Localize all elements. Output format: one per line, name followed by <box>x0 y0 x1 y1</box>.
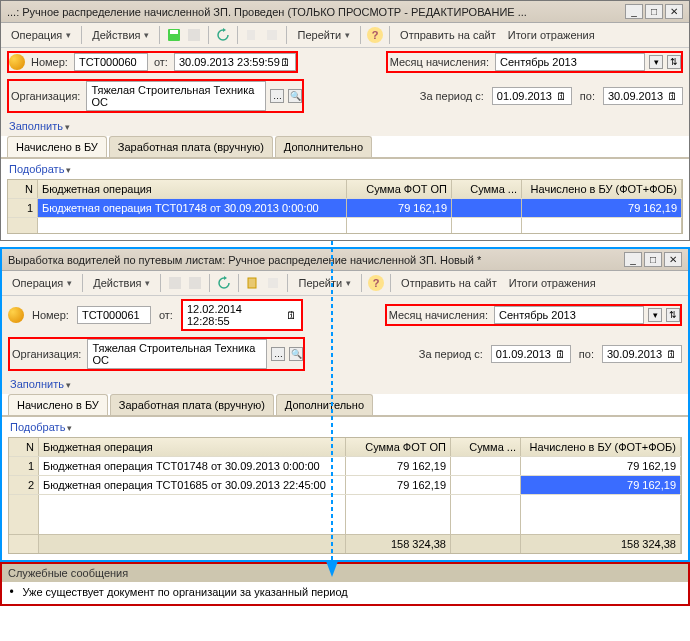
service-bar-frame: Служебные сообщения <box>0 562 690 582</box>
refresh-icon[interactable] <box>216 275 232 291</box>
header-row-2: Организация: Тяжелая Строительная Техник… <box>2 334 688 374</box>
col-nach[interactable]: Начислено в БУ (ФОТ+ФОБ) <box>521 438 681 456</box>
fill-link[interactable]: Заполнить <box>1 116 689 136</box>
open-button[interactable]: 🔍 <box>289 347 303 361</box>
table-row[interactable]: 1 Бюджетная операция TCT01748 от 30.09.2… <box>9 456 681 475</box>
operation-menu[interactable]: Операция <box>7 27 75 43</box>
select-button[interactable]: … <box>270 89 284 103</box>
period-label: За период с: <box>418 90 486 102</box>
goto-menu[interactable]: Перейти <box>294 275 355 291</box>
col-sum[interactable]: Сумма ... <box>451 438 521 456</box>
month-dropdown-icon[interactable]: ▾ <box>648 308 662 322</box>
help-icon[interactable]: ? <box>368 275 384 291</box>
calendar-icon[interactable]: 🗓 <box>666 348 677 360</box>
tab-accrued[interactable]: Начислено в БУ <box>7 136 107 157</box>
month-dropdown-icon[interactable]: ▾ <box>649 55 663 69</box>
month-block: Месяц начисления: Сентябрь 2013 ▾ ⇅ <box>385 304 682 326</box>
reflection-totals[interactable]: Итоги отражения <box>504 27 599 43</box>
from-label: от: <box>157 309 175 321</box>
send-to-site[interactable]: Отправить на сайт <box>397 275 501 291</box>
col-fot[interactable]: Сумма ФОТ ОП <box>347 180 452 198</box>
svg-rect-6 <box>189 277 201 289</box>
number-block: Номер: ТСТ000060 от: 30.09.2013 23:59:59… <box>7 51 298 73</box>
titlebar: Выработка водителей по путевым листам: Р… <box>2 249 688 271</box>
reflection-totals[interactable]: Итоги отражения <box>505 275 600 291</box>
svg-rect-5 <box>169 277 181 289</box>
total-nach: 158 324,38 <box>521 535 681 553</box>
calendar-icon[interactable]: 🗓 <box>286 309 297 321</box>
close-button[interactable]: ✕ <box>664 252 682 267</box>
org-block: Организация: Тяжелая Строительная Техник… <box>7 79 304 113</box>
save-icon <box>167 275 183 291</box>
actions-menu[interactable]: Действия <box>88 27 153 43</box>
minimize-button[interactable]: _ <box>625 4 643 19</box>
month-stepper[interactable]: ⇅ <box>666 308 680 322</box>
service-messages-title: Служебные сообщения <box>2 564 688 582</box>
col-n[interactable]: N <box>9 438 39 456</box>
period-from-field[interactable]: 01.09.2013 🗓 <box>491 345 571 363</box>
col-nach[interactable]: Начислено в БУ (ФОТ+ФОБ) <box>522 180 682 198</box>
toolbar: Операция Действия Перейти ? Отправить на… <box>2 271 688 296</box>
grid: N Бюджетная операция Сумма ФОТ ОП Сумма … <box>8 437 682 554</box>
pick-link[interactable]: Подобрать <box>2 417 688 437</box>
save-icon[interactable] <box>166 27 182 43</box>
total-fot: 158 324,38 <box>346 535 451 553</box>
refresh-icon[interactable] <box>215 27 231 43</box>
help-icon[interactable]: ? <box>367 27 383 43</box>
col-op[interactable]: Бюджетная операция <box>39 438 346 456</box>
col-op[interactable]: Бюджетная операция <box>38 180 347 198</box>
month-stepper[interactable]: ⇅ <box>667 55 681 69</box>
window-title: ...: Ручное распределение начисленной ЗП… <box>7 6 623 18</box>
tab-salary-manual[interactable]: Заработная плата (вручную) <box>110 394 274 415</box>
pick-link[interactable]: Подобрать <box>1 159 689 179</box>
period-from-field[interactable]: 01.09.2013 🗓 <box>492 87 572 105</box>
header-row-1: Номер: ТСТ000061 от: 12.02.2014 12:28:55… <box>2 296 688 334</box>
calendar-icon[interactable]: 🗓 <box>555 348 566 360</box>
period-to-label: по: <box>577 348 596 360</box>
org-field[interactable]: Тяжелая Строительная Техника ОС <box>86 81 266 111</box>
copy-icon[interactable] <box>245 275 261 291</box>
paste-icon <box>265 275 281 291</box>
service-messages: • Уже существует документ по организации… <box>0 582 690 606</box>
minimize-button[interactable]: _ <box>624 252 642 267</box>
table-row[interactable]: 1 Бюджетная операция TCT01748 от 30.09.2… <box>8 198 682 217</box>
calendar-icon[interactable]: 🗓 <box>667 90 678 102</box>
actions-menu[interactable]: Действия <box>89 275 154 291</box>
goto-menu[interactable]: Перейти <box>293 27 354 43</box>
month-field[interactable]: Сентябрь 2013 <box>495 53 645 71</box>
col-n[interactable]: N <box>8 180 38 198</box>
tab-additional[interactable]: Дополнительно <box>276 394 373 415</box>
open-button[interactable]: 🔍 <box>288 89 302 103</box>
col-fot[interactable]: Сумма ФОТ ОП <box>346 438 451 456</box>
month-field[interactable]: Сентябрь 2013 <box>494 306 644 324</box>
org-block: Организация: Тяжелая Строительная Техник… <box>8 337 305 371</box>
period-to-field[interactable]: 30.09.2013 🗓 <box>603 87 683 105</box>
tab-additional[interactable]: Дополнительно <box>275 136 372 157</box>
tab-accrued[interactable]: Начислено в БУ <box>8 394 108 415</box>
org-field[interactable]: Тяжелая Строительная Техника ОС <box>87 339 267 369</box>
tabs: Начислено в БУ Заработная плата (вручную… <box>2 394 688 417</box>
fill-link[interactable]: Заполнить <box>2 374 688 394</box>
period-to-field[interactable]: 30.09.2013 🗓 <box>602 345 682 363</box>
maximize-button[interactable]: □ <box>645 4 663 19</box>
select-button[interactable]: … <box>271 347 285 361</box>
header-row-2: Организация: Тяжелая Строительная Техник… <box>1 76 689 116</box>
date-field[interactable]: 30.09.2013 23:59:59 🗓 <box>174 53 296 71</box>
number-field[interactable]: ТСТ000061 <box>77 306 151 324</box>
tab-salary-manual[interactable]: Заработная плата (вручную) <box>109 136 273 157</box>
operation-menu[interactable]: Операция <box>8 275 76 291</box>
close-button[interactable]: ✕ <box>665 4 683 19</box>
calendar-icon[interactable]: 🗓 <box>556 90 567 102</box>
col-sum[interactable]: Сумма ... <box>452 180 522 198</box>
calendar-icon[interactable]: 🗓 <box>280 56 291 68</box>
table-row[interactable]: 2 Бюджетная операция TCT01685 от 30.09.2… <box>9 475 681 494</box>
date-field[interactable]: 12.02.2014 12:28:55 🗓 <box>181 299 303 331</box>
period-to-label: по: <box>578 90 597 102</box>
number-label: Номер: <box>29 56 70 68</box>
svg-rect-4 <box>267 30 277 40</box>
maximize-button[interactable]: □ <box>644 252 662 267</box>
table-footer: 158 324,38 158 324,38 <box>9 534 681 553</box>
number-field[interactable]: ТСТ000060 <box>74 53 148 71</box>
header-row-1: Номер: ТСТ000060 от: 30.09.2013 23:59:59… <box>1 48 689 76</box>
send-to-site[interactable]: Отправить на сайт <box>396 27 500 43</box>
